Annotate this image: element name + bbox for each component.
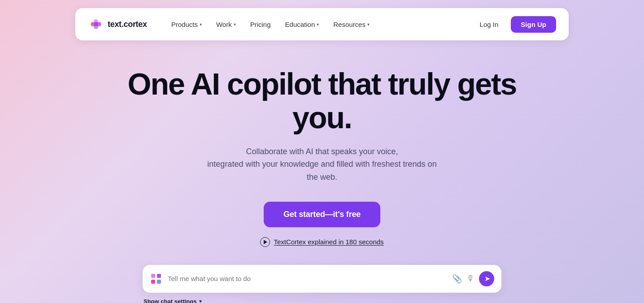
hero-title: One AI copilot that truly gets you. <box>120 67 524 134</box>
send-arrow-icon: ➤ <box>484 274 490 283</box>
svg-rect-7 <box>151 280 155 284</box>
apps-icon <box>150 273 162 285</box>
hero-section: One AI copilot that truly gets you. Coll… <box>0 67 644 247</box>
hero-subtitle: Collaborate with AI that speaks your voi… <box>201 145 443 184</box>
chevron-down-icon: ▾ <box>199 299 202 303</box>
cta-button[interactable]: Get started—it's free <box>264 202 380 227</box>
nav-links: Products ▾ Work ▾ Pricing Education ▾ Re… <box>165 17 473 32</box>
nav-item-work[interactable]: Work ▾ <box>210 17 242 32</box>
chat-actions: 📎 🎙 ➤ <box>452 271 494 286</box>
login-button[interactable]: Log In <box>473 17 506 32</box>
send-button[interactable]: ➤ <box>479 271 494 286</box>
navbar: text.cortex Products ▾ Work ▾ Pricing Ed… <box>75 8 569 40</box>
logo-text: text.cortex <box>108 20 147 29</box>
chevron-down-icon: ▾ <box>234 22 236 27</box>
logo[interactable]: text.cortex <box>88 16 147 32</box>
nav-item-resources[interactable]: Resources ▾ <box>327 17 376 32</box>
chat-settings-toggle[interactable]: Show chat settings ▾ <box>143 298 202 303</box>
logo-icon <box>88 16 104 32</box>
nav-item-products[interactable]: Products ▾ <box>165 17 208 32</box>
chevron-down-icon: ▾ <box>317 22 319 27</box>
svg-point-4 <box>94 22 98 26</box>
chevron-down-icon: ▾ <box>367 22 370 27</box>
svg-rect-5 <box>151 274 155 278</box>
play-icon <box>260 237 270 247</box>
microphone-icon[interactable]: 🎙 <box>466 274 474 283</box>
play-triangle <box>264 240 267 244</box>
svg-rect-8 <box>157 280 161 284</box>
nav-item-education[interactable]: Education ▾ <box>279 17 326 32</box>
svg-rect-6 <box>157 274 161 278</box>
chat-section: 📎 🎙 ➤ Show chat settings ▾ <box>143 265 501 303</box>
chat-input[interactable] <box>168 275 447 282</box>
nav-item-pricing[interactable]: Pricing <box>244 17 277 32</box>
signup-button[interactable]: Sign Up <box>511 16 556 33</box>
chat-bar: 📎 🎙 ➤ <box>143 265 501 293</box>
video-link[interactable]: TextCortex explained in 180 seconds <box>260 237 383 247</box>
nav-right: Log In Sign Up <box>473 16 556 33</box>
chevron-down-icon: ▾ <box>200 22 202 27</box>
attachment-icon[interactable]: 📎 <box>452 274 462 284</box>
